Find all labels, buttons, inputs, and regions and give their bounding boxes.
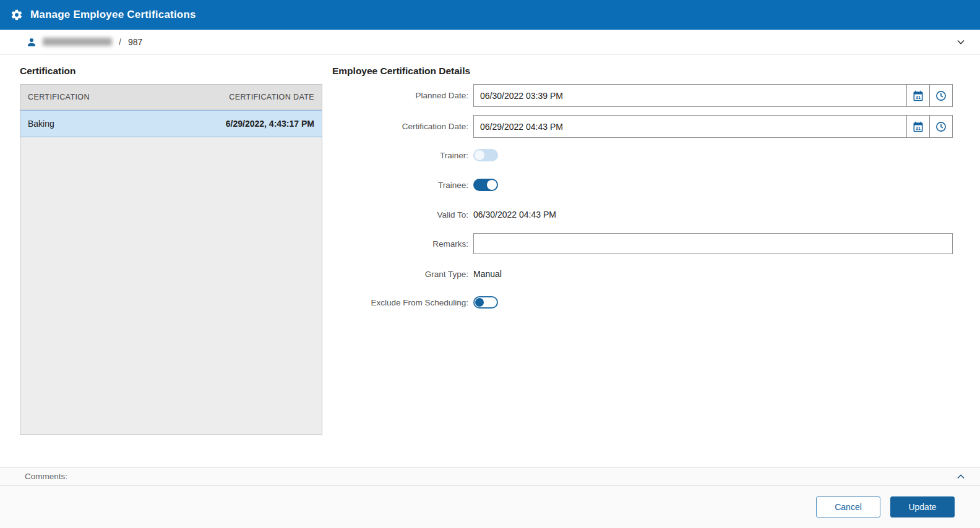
certification-table: CERTIFICATION CERTIFICATION DATE Baking …	[20, 84, 322, 435]
certification-details-panel: Employee Certification Details Planned D…	[332, 66, 953, 309]
trainer-row: Trainer:	[332, 149, 953, 161]
comments-label: Comments:	[25, 472, 67, 481]
planned-date-input[interactable]	[473, 84, 907, 107]
column-header-certification: CERTIFICATION	[28, 93, 90, 101]
trainer-toggle[interactable]	[473, 149, 498, 161]
planned-date-label: Planned Date:	[332, 91, 473, 100]
certification-date-cell: 6/29/2022, 4:43:17 PM	[226, 119, 314, 129]
certification-date-label: Certification Date:	[332, 122, 473, 131]
clock-icon[interactable]	[929, 115, 953, 138]
certification-table-header: CERTIFICATION CERTIFICATION DATE	[20, 85, 322, 110]
column-header-certification-date: CERTIFICATION DATE	[229, 93, 314, 101]
table-row[interactable]: Baking 6/29/2022, 4:43:17 PM	[20, 110, 322, 137]
valid-to-value: 06/30/2022 04:43 PM	[473, 210, 556, 219]
remarks-input[interactable]	[473, 233, 953, 254]
trainee-toggle[interactable]	[473, 179, 498, 191]
employee-name-redacted	[43, 38, 112, 46]
svg-text:31: 31	[916, 95, 921, 100]
trainee-row: Trainee:	[332, 179, 953, 191]
cancel-button[interactable]: Cancel	[816, 496, 880, 517]
breadcrumb: / 987	[0, 30, 980, 54]
manage-employee-certifications-window: Manage Employee Certifications / 987 Cer…	[0, 0, 980, 528]
grant-type-label: Grant Type:	[332, 270, 473, 279]
remarks-row: Remarks:	[332, 233, 953, 254]
clock-icon[interactable]	[929, 84, 953, 107]
update-button[interactable]: Update	[890, 496, 955, 517]
certification-name-cell: Baking	[28, 119, 54, 129]
exclude-from-scheduling-toggle[interactable]	[473, 296, 498, 309]
certification-list-panel: Certification CERTIFICATION CERTIFICATIO…	[20, 66, 322, 435]
calendar-icon[interactable]: 31	[906, 115, 930, 138]
title-bar: Manage Employee Certifications	[0, 0, 980, 30]
exclude-from-scheduling-label: Exclude From Scheduling:	[332, 298, 473, 307]
remarks-label: Remarks:	[332, 239, 473, 249]
exclude-from-scheduling-row: Exclude From Scheduling:	[332, 296, 953, 309]
employee-id: 987	[128, 37, 142, 47]
breadcrumb-separator: /	[118, 37, 123, 47]
certification-date-row: Certification Date: 31	[332, 115, 953, 138]
trainee-label: Trainee:	[332, 181, 473, 190]
grant-type-row: Grant Type: Manual	[332, 269, 953, 279]
valid-to-row: Valid To: 06/30/2022 04:43 PM	[332, 210, 953, 219]
gear-icon	[10, 8, 24, 22]
details-title: Employee Certification Details	[332, 66, 953, 77]
footer-action-bar: Cancel Update	[0, 486, 980, 528]
chevron-down-icon[interactable]	[954, 35, 968, 49]
certification-list-title: Certification	[20, 66, 322, 77]
svg-text:31: 31	[916, 126, 921, 131]
trainer-label: Trainer:	[332, 151, 473, 160]
grant-type-value: Manual	[473, 269, 502, 279]
chevron-up-icon[interactable]	[954, 470, 968, 483]
person-icon	[26, 36, 37, 48]
calendar-icon[interactable]: 31	[906, 84, 930, 107]
window-title: Manage Employee Certifications	[30, 9, 196, 21]
certification-date-input[interactable]	[473, 115, 907, 138]
main-content: Certification CERTIFICATION CERTIFICATIO…	[0, 54, 980, 467]
comments-section-header[interactable]: Comments:	[0, 467, 980, 486]
valid-to-label: Valid To:	[332, 210, 473, 219]
planned-date-row: Planned Date: 31	[332, 84, 953, 107]
